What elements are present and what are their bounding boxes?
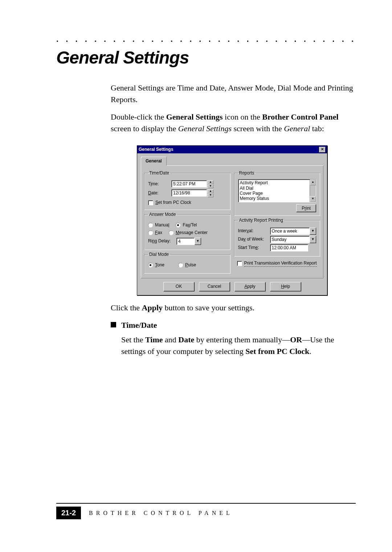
- manual-radio[interactable]: [148, 223, 153, 227]
- scroll-down-icon[interactable]: ▼: [310, 196, 316, 202]
- close-icon[interactable]: ✕: [319, 147, 326, 153]
- dialog-title: General Settings: [139, 146, 173, 153]
- reports-legend: Reports: [238, 170, 256, 176]
- page-number-badge: 21-2: [56, 507, 81, 519]
- tab-general[interactable]: General: [141, 157, 167, 165]
- list-item[interactable]: All Dial: [240, 186, 309, 191]
- list-item[interactable]: Memory Status: [240, 196, 309, 201]
- intro-paragraph-1: General Settings are Time and Date, Answ…: [111, 82, 356, 105]
- dow-field[interactable]: [270, 236, 310, 243]
- page-title: General Settings: [56, 48, 356, 68]
- answermode-legend: Answer Mode: [148, 211, 177, 218]
- ringdelay-label: Ring Delay:: [148, 238, 171, 244]
- help-button[interactable]: Help: [270, 282, 301, 291]
- ptv-checkbox[interactable]: [237, 261, 242, 266]
- date-field[interactable]: [171, 189, 207, 197]
- pulse-label: Pulse: [185, 262, 196, 268]
- ringdelay-field[interactable]: [176, 238, 195, 245]
- time-spin-up-icon[interactable]: ▲: [208, 180, 213, 184]
- decorative-dots: . . . . . . . . . . . . . . . . . . . . …: [56, 35, 356, 44]
- reports-scrollbar[interactable]: ▲ ▼: [310, 180, 316, 202]
- reports-group: Reports Activity Report All Dial Cover P…: [234, 170, 320, 216]
- arp-legend: Activity Report Printing: [238, 217, 284, 223]
- manual-label: Manual: [155, 222, 169, 228]
- dow-dropdown-icon[interactable]: ▼: [310, 236, 316, 243]
- date-spin-up-icon[interactable]: ▲: [208, 189, 213, 193]
- faxtel-label: Fax/Tel: [183, 222, 197, 228]
- dialmode-group: Dial Mode Tone Pulse: [144, 251, 230, 274]
- print-button[interactable]: Print: [296, 204, 316, 212]
- messagecenter-label: Message Center: [176, 230, 208, 236]
- date-spin-down-icon[interactable]: ▼: [208, 193, 213, 197]
- page-footer: 21-2 BROTHER CONTROL PANEL: [56, 503, 356, 519]
- interval-field[interactable]: [270, 227, 310, 235]
- time-spin-down-icon[interactable]: ▼: [208, 184, 213, 188]
- after-dialog-paragraph: Click the Apply button to save your sett…: [111, 302, 356, 314]
- time-label: Time:: [148, 181, 169, 187]
- interval-dropdown-icon[interactable]: ▼: [310, 227, 316, 235]
- list-item[interactable]: Activity Report: [240, 180, 309, 185]
- apply-button[interactable]: Apply: [234, 282, 266, 291]
- fax-radio[interactable]: [148, 230, 153, 235]
- dialog-titlebar: General Settings ✕: [137, 146, 327, 153]
- faxtel-radio[interactable]: [176, 223, 180, 227]
- time-field[interactable]: [171, 180, 207, 188]
- scroll-up-icon[interactable]: ▲: [310, 180, 316, 185]
- activity-report-printing-group: Activity Report Printing Interval: ▼: [234, 217, 320, 257]
- starttime-field[interactable]: [270, 244, 308, 251]
- answermode-group: Answer Mode Manual Fax/Tel Fax Message C…: [144, 211, 230, 250]
- square-bullet-icon: [111, 322, 116, 327]
- list-item[interactable]: Cover Page: [240, 191, 309, 196]
- cancel-button[interactable]: Cancel: [199, 282, 230, 291]
- ptv-label: Print Transmission Verification Report: [244, 260, 317, 267]
- ok-button[interactable]: OK: [163, 282, 195, 291]
- general-settings-dialog: General Settings ✕ General Time/Date: [137, 145, 327, 295]
- bullet-body: Set the Time and Date by entering them m…: [121, 334, 356, 357]
- dialmode-legend: Dial Mode: [148, 251, 170, 258]
- timedate-group: Time/Date Time: ▲ ▼: [144, 170, 230, 210]
- timedate-legend: Time/Date: [148, 170, 170, 176]
- set-from-pc-label: Set from PC Clock: [155, 200, 191, 206]
- messagecenter-radio[interactable]: [169, 230, 173, 235]
- bullet-heading: Time/Date: [121, 319, 356, 331]
- ringdelay-dropdown-icon[interactable]: ▼: [195, 238, 201, 245]
- tone-radio[interactable]: [148, 263, 153, 267]
- intro-paragraph-2: Double-click the General Settings icon o…: [111, 111, 356, 134]
- starttime-label: Start Time:: [238, 245, 268, 251]
- document-page: . . . . . . . . . . . . . . . . . . . . …: [0, 0, 392, 552]
- interval-label: Interval:: [238, 228, 268, 234]
- pulse-radio[interactable]: [178, 263, 183, 267]
- fax-label: Fax: [155, 230, 162, 236]
- date-label: Date:: [148, 190, 169, 196]
- reports-listbox[interactable]: Activity Report All Dial Cover Page Memo…: [238, 179, 317, 202]
- dow-label: Day of Week:: [238, 236, 268, 242]
- footer-section-title: BROTHER CONTROL PANEL: [89, 510, 233, 516]
- set-from-pc-checkbox[interactable]: [148, 200, 153, 205]
- tone-label: Tone: [155, 262, 164, 268]
